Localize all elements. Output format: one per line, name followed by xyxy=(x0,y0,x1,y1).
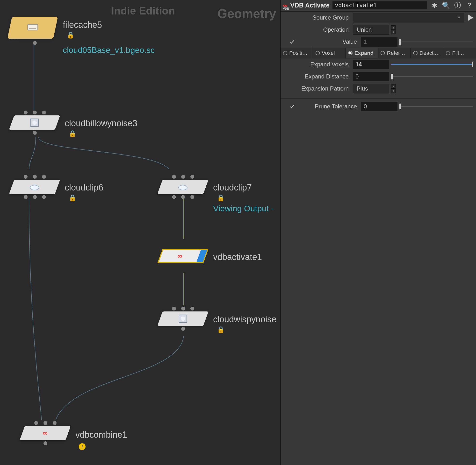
svg-point-7 xyxy=(181,317,185,321)
operation-dropdown[interactable]: Union xyxy=(353,25,389,34)
tab-position[interactable]: Positi… xyxy=(281,48,313,58)
node-label: cloudwispynoise xyxy=(213,314,276,325)
param-header: ∞VDB VDB Activate ✱ 🔍 ⓘ ? xyxy=(281,0,476,11)
node-label: vdbcombine1 xyxy=(76,430,127,440)
tab-deactivate[interactable]: Deacti… xyxy=(411,48,444,58)
node-body[interactable] xyxy=(7,17,58,39)
input-port[interactable] xyxy=(42,111,46,115)
chevron-down-icon: ▼ xyxy=(457,15,461,20)
output-port[interactable] xyxy=(24,195,28,199)
label-value: Value xyxy=(299,38,361,45)
node-vdbcombine1[interactable]: ∞ vdbcombine1 ! xyxy=(22,426,68,440)
expand-distance-slider[interactable] xyxy=(391,72,473,81)
node-label: cloudclip7 xyxy=(213,182,252,193)
cache-stripes xyxy=(5,39,21,46)
cloudnoise-square-icon xyxy=(29,117,40,128)
cloud-icon xyxy=(29,181,40,192)
label-prune-tolerance: Prune Tolerance xyxy=(299,103,361,110)
gear-icon[interactable]: ✱ xyxy=(430,1,439,10)
label-source-group: Source Group xyxy=(281,14,353,21)
operator-type: VDB Activate xyxy=(291,2,330,9)
node-cloudwispynoise[interactable]: cloudwispynoise 🔒 xyxy=(160,311,206,326)
svg-point-4 xyxy=(30,185,39,190)
input-port[interactable] xyxy=(24,175,28,179)
node-label: cloudclip6 xyxy=(65,182,103,193)
divider xyxy=(281,98,476,98)
operation-stepper[interactable]: ▲▼ xyxy=(391,25,396,34)
output-port[interactable] xyxy=(33,131,37,135)
node-label: cloudbillowynoise3 xyxy=(65,118,137,128)
input-port[interactable] xyxy=(43,421,47,425)
output-port[interactable] xyxy=(190,195,194,199)
node-cloudclip6[interactable]: cloudclip6 🔒 xyxy=(11,180,57,194)
input-port[interactable] xyxy=(190,306,194,310)
input-port[interactable] xyxy=(42,175,46,179)
lock-icon: 🔒 xyxy=(69,194,76,201)
value-enable-checkbox[interactable] xyxy=(289,38,295,45)
prune-enable-checkbox[interactable] xyxy=(289,103,295,110)
input-port[interactable] xyxy=(181,306,185,310)
node-body[interactable]: ∞ xyxy=(157,249,208,263)
output-port[interactable] xyxy=(33,195,37,199)
cloudnoise-square-icon xyxy=(178,313,188,324)
expand-distance-field[interactable] xyxy=(353,72,389,81)
node-cloudbillowynoise3[interactable]: cloudbillowynoise3 🔒 xyxy=(11,116,57,130)
lock-icon: 🔒 xyxy=(69,130,76,137)
input-port[interactable] xyxy=(33,111,37,115)
node-cloudclip7[interactable]: cloudclip7 🔒 Viewing Output - xyxy=(160,180,206,194)
input-port[interactable] xyxy=(33,175,37,179)
vdb-logo-icon: ∞ xyxy=(161,250,199,262)
output-port[interactable] xyxy=(172,195,176,199)
input-port[interactable] xyxy=(24,111,28,115)
prune-tolerance-slider[interactable] xyxy=(400,102,473,111)
prune-tolerance-field[interactable] xyxy=(361,102,398,111)
tab-fill[interactable]: Fill… xyxy=(444,48,476,58)
help-icon[interactable]: ? xyxy=(465,1,474,10)
node-name-field[interactable] xyxy=(333,1,427,10)
group-select-arrow-icon[interactable] xyxy=(468,14,473,21)
output-port[interactable] xyxy=(43,441,47,445)
parameter-pane: ∞VDB VDB Activate ✱ 🔍 ⓘ ? Source Group ▼… xyxy=(280,0,476,465)
vdb-logo-icon: ∞VDB xyxy=(283,2,288,9)
output-port[interactable] xyxy=(33,41,37,45)
output-port[interactable] xyxy=(42,195,46,199)
input-port[interactable] xyxy=(172,306,176,310)
value-slider xyxy=(400,37,473,47)
input-port[interactable] xyxy=(34,421,38,425)
source-group-dropdown[interactable]: ▼ xyxy=(353,13,465,22)
value-field xyxy=(361,37,398,47)
node-label: filecache5 xyxy=(63,20,102,30)
expand-voxels-slider[interactable] xyxy=(391,60,473,69)
label-operation: Operation xyxy=(281,26,353,33)
tab-reference[interactable]: Refer… xyxy=(378,48,411,58)
svg-rect-0 xyxy=(28,24,38,30)
input-port[interactable] xyxy=(53,421,56,425)
vdb-logo-icon: ∞ xyxy=(40,428,51,438)
cloud-icon xyxy=(178,181,188,192)
expansion-pattern-dropdown[interactable]: Plus xyxy=(353,84,389,94)
node-graph[interactable]: Indie Edition Geometry filecache5 🔒 clou… xyxy=(0,0,280,465)
label-expansion-pattern: Expansion Pattern xyxy=(281,85,353,92)
input-port[interactable] xyxy=(172,175,176,179)
svg-point-5 xyxy=(179,185,187,190)
input-port[interactable] xyxy=(190,175,194,179)
expand-voxels-field[interactable] xyxy=(353,60,389,69)
lock-icon: 🔒 xyxy=(67,32,75,39)
asset-path: cloud05Base_v1.bgeo.sc xyxy=(63,45,155,55)
input-port[interactable] xyxy=(181,175,185,179)
svg-rect-1 xyxy=(29,28,36,29)
search-icon[interactable]: 🔍 xyxy=(442,1,450,10)
node-vdbactivate1[interactable]: ∞ vdbactivate1 xyxy=(160,249,206,263)
tab-expand[interactable]: Expand xyxy=(346,48,379,58)
label-expand-distance: Expand Distance xyxy=(281,73,353,80)
expansion-pattern-stepper[interactable]: ▲▼ xyxy=(391,84,396,93)
label-expand-voxels: Expand Voxels xyxy=(281,61,353,68)
expansion-pattern-value: Plus xyxy=(357,85,368,92)
svg-point-3 xyxy=(32,120,37,125)
lock-icon: 🔒 xyxy=(217,326,225,333)
output-port[interactable] xyxy=(181,195,185,199)
tab-voxel[interactable]: Voxel xyxy=(313,48,346,58)
info-icon[interactable]: ⓘ xyxy=(453,1,462,10)
node-filecache5[interactable]: filecache5 🔒 cloud05Base_v1.bgeo.sc xyxy=(10,17,55,39)
output-port[interactable] xyxy=(181,327,185,331)
